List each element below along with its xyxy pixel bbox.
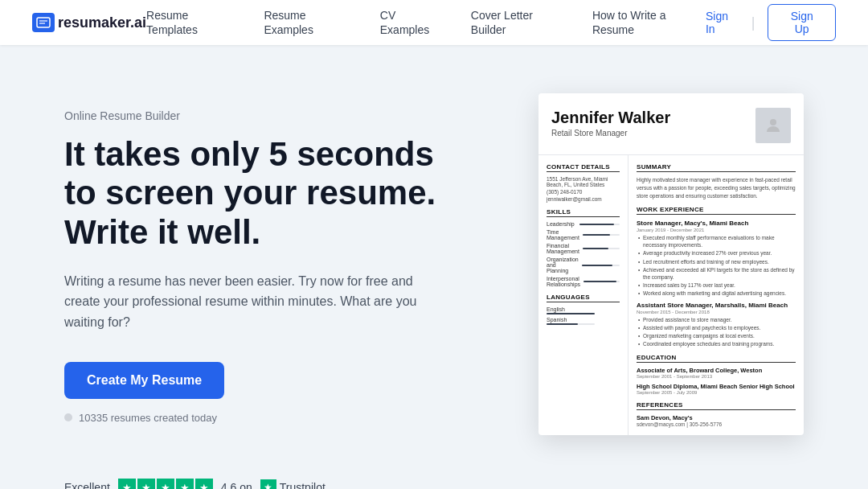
contact-section-title: Contact Details xyxy=(547,163,620,172)
lang-english: English xyxy=(547,306,620,314)
summary-section-title: Summary xyxy=(637,163,796,172)
nav-auth: Sign In | Sign Up xyxy=(706,4,836,41)
trustpilot-bar: Excellent ★ ★ ★ ★ ★ 4.6 on ★ Trustpilot xyxy=(0,467,868,489)
star-4: ★ xyxy=(176,479,194,489)
nav-cv-examples[interactable]: CV Examples xyxy=(380,9,429,36)
signup-button[interactable]: Sign Up xyxy=(768,4,836,41)
hero-left: Online Resume Builder It takes only 5 se… xyxy=(64,93,450,424)
navbar: resumaker.ai Resume Templates Resume Exa… xyxy=(0,0,868,45)
resume-preview: Jennifer Walker Retail Store Manager Con… xyxy=(538,93,804,435)
references-section-title: References xyxy=(637,401,796,410)
trustpilot-label: Excellent xyxy=(64,481,110,489)
svg-rect-0 xyxy=(37,18,50,27)
star-2: ★ xyxy=(137,479,155,489)
resume-left-col: Contact Details 1551 Jefferson Ave, Miam… xyxy=(538,155,628,435)
work-section-title: Work Experience xyxy=(637,206,796,215)
nav-how-to-write[interactable]: How to Write a Resume xyxy=(592,9,666,36)
hero-title: It takes only 5 seconds to screen your r… xyxy=(64,135,450,252)
resume-photo xyxy=(755,108,791,143)
star-1: ★ xyxy=(118,479,136,489)
nav-resume-templates[interactable]: Resume Templates xyxy=(146,9,198,36)
stars-row: ★ ★ ★ ★ ★ xyxy=(118,479,213,489)
skill-item-2: Financial Management xyxy=(547,243,620,254)
resume-header: Jennifer Walker Retail Store Manager xyxy=(538,93,804,155)
skill-item-4: Interpersonal Relationships xyxy=(547,276,620,287)
svg-point-3 xyxy=(770,119,776,125)
create-resume-button[interactable]: Create My Resume xyxy=(64,362,224,399)
trustpilot-logo[interactable]: ★ Trustpilot xyxy=(260,479,326,489)
resume-job-title: Retail Store Manager xyxy=(551,129,744,138)
education-section-title: Education xyxy=(637,354,796,363)
trustpilot-platform: Trustpilot xyxy=(280,481,326,489)
resume-name: Jennifer Walker xyxy=(551,108,744,127)
work-item-1: Assistant Store Manager, Marshalls, Miam… xyxy=(637,302,796,347)
ref-item-0: Sam Devon, Macy's sdevon@macys.com | 305… xyxy=(637,414,796,427)
work-item-0: Store Manager, Macy's, Miami Beach Janua… xyxy=(637,220,796,297)
hero-section: Online Resume Builder It takes only 5 se… xyxy=(0,45,868,467)
nav-links: Resume Templates Resume Examples CV Exam… xyxy=(146,8,706,37)
resume-summary: Highly motivated store manager with expe… xyxy=(637,176,796,199)
languages-section-title: Languages xyxy=(547,294,620,302)
star-5: ★ xyxy=(195,479,213,489)
edu-item-1: High School Diploma, Miami Beach Senior … xyxy=(637,383,796,395)
resume-body: Contact Details 1551 Jefferson Ave, Miam… xyxy=(538,155,804,435)
trustpilot-score: 4.6 on xyxy=(221,481,252,489)
signin-link[interactable]: Sign In xyxy=(706,10,739,35)
skill-item-0: Leadership xyxy=(547,221,620,227)
skills-list: Leadership Time Management Financial Man… xyxy=(547,221,620,287)
resume-email: jenniwalker@gmail.com xyxy=(547,196,620,202)
count-dot xyxy=(64,413,72,421)
resume-card: Jennifer Walker Retail Store Manager Con… xyxy=(538,93,804,435)
lang-spanish: Spanish xyxy=(547,317,620,325)
hero-subtitle: Writing a resume has never been easier. … xyxy=(64,271,450,333)
resume-phone: (305) 248-0170 xyxy=(547,189,620,195)
nav-cover-letter[interactable]: Cover Letter Builder xyxy=(471,9,533,36)
star-3: ★ xyxy=(157,479,174,489)
skills-section-title: Skills xyxy=(547,208,620,217)
skill-item-3: Organization and Planning xyxy=(547,257,620,273)
tp-star-icon: ★ xyxy=(260,479,276,489)
logo[interactable]: resumaker.ai xyxy=(32,13,146,32)
nav-resume-examples[interactable]: Resume Examples xyxy=(264,9,313,36)
resume-right-col: Summary Highly motivated store manager w… xyxy=(628,155,804,435)
resume-name-block: Jennifer Walker Retail Store Manager xyxy=(551,108,744,143)
edu-item-0: Associate of Arts, Broward College, West… xyxy=(637,367,796,379)
logo-icon xyxy=(32,13,55,32)
resume-address: 1551 Jefferson Ave, Miami Beach, FL, Uni… xyxy=(547,176,620,187)
hero-label: Online Resume Builder xyxy=(64,109,450,122)
skill-item-1: Time Management xyxy=(547,229,620,240)
resume-count: 10335 resumes created today xyxy=(64,412,450,424)
